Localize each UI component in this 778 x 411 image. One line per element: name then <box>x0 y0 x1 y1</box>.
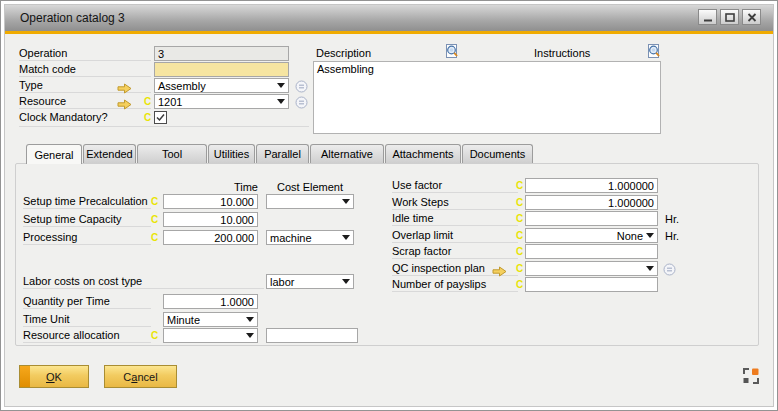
title-bar[interactable]: Operation catalog 3 <box>5 5 773 31</box>
resource-dropdown[interactable]: 1201 <box>154 94 289 109</box>
clock-mandatory-checkbox[interactable] <box>154 111 167 124</box>
window-controls <box>698 9 761 25</box>
resource-dropdown-value: 1201 <box>155 96 277 108</box>
use-factor-c-marker: C <box>515 178 524 193</box>
setup-precalculation-cost-element-dropdown[interactable] <box>266 194 354 209</box>
qc-inspection-list-icon[interactable] <box>663 262 676 280</box>
cancel-button-label: Cancel <box>123 371 157 383</box>
processing-cost-element-dropdown[interactable]: machine <box>266 230 354 245</box>
maximize-button[interactable] <box>720 9 739 25</box>
use-factor-field[interactable] <box>525 178 658 193</box>
resource-allocation-extra-field[interactable] <box>266 328 358 343</box>
window-content: Operation Match code Type Assembly Resou… <box>5 34 773 406</box>
minimize-button[interactable] <box>698 9 717 25</box>
number-of-payslips-field[interactable] <box>525 277 658 292</box>
setup-precalculation-time-field[interactable] <box>163 194 258 209</box>
resource-c-marker: C <box>143 94 152 109</box>
tab-attachments[interactable]: Attachments <box>385 144 461 163</box>
processing-label: Processing <box>23 230 151 245</box>
idle-time-unit-label: Hr. <box>665 212 679 226</box>
work-steps-label: Work Steps <box>392 195 518 210</box>
tab-documents[interactable]: Documents <box>462 144 533 163</box>
match-code-field[interactable] <box>154 62 289 77</box>
overlap-limit-dropdown[interactable]: None <box>525 228 658 243</box>
idle-time-field[interactable] <box>525 211 658 226</box>
resize-grip-icon[interactable] <box>743 368 759 388</box>
quantity-per-time-field[interactable] <box>163 294 258 309</box>
number-of-payslips-c-marker: C <box>515 277 524 292</box>
tab-utilities[interactable]: Utilities <box>208 144 255 163</box>
overlap-limit-value: None <box>526 230 646 242</box>
minimize-icon <box>703 13 713 22</box>
chevron-down-icon <box>342 199 350 204</box>
qc-inspection-dropdown[interactable] <box>525 261 658 276</box>
setup-capacity-time-field[interactable] <box>163 212 258 227</box>
instructions-label: Instructions <box>534 46 590 61</box>
overlap-limit-label: Overlap limit <box>392 228 518 243</box>
ok-button-label: OK <box>46 371 62 383</box>
maximize-icon <box>725 13 735 22</box>
operation-field <box>154 46 289 61</box>
time-unit-label: Time Unit <box>23 312 151 327</box>
tab-alternative[interactable]: Alternative <box>310 144 384 163</box>
operation-catalog-window: Operation catalog 3 Operation Match code <box>0 0 778 411</box>
labor-costs-label: Labor costs on cost type <box>23 274 264 289</box>
chevron-down-icon <box>646 266 654 271</box>
cancel-button[interactable]: Cancel <box>104 365 177 388</box>
scrap-factor-c-marker: C <box>515 244 524 259</box>
description-label: Description <box>316 46 371 61</box>
tab-general[interactable]: General <box>26 144 82 164</box>
window-inner-frame: Operation catalog 3 Operation Match code <box>4 4 774 407</box>
type-dropdown-value: Assembly <box>155 80 277 92</box>
overlap-limit-c-marker: C <box>515 228 524 243</box>
clock-mandatory-c-marker: C <box>143 110 152 125</box>
time-unit-value: Minute <box>164 314 246 326</box>
setup-precalculation-label: Setup time Precalculation <box>23 194 151 209</box>
resource-allocation-label: Resource allocation <box>23 328 151 343</box>
resource-list-icon[interactable] <box>295 95 308 113</box>
description-expand-icon[interactable] <box>445 43 459 63</box>
chevron-down-icon <box>246 317 254 322</box>
number-of-payslips-label: Number of payslips <box>392 277 518 292</box>
ok-button-accent <box>20 366 30 387</box>
labor-costs-dropdown[interactable]: labor <box>266 274 354 289</box>
time-unit-dropdown[interactable]: Minute <box>163 312 258 327</box>
tab-tool[interactable]: Tool <box>137 144 207 163</box>
chevron-down-icon <box>342 235 350 240</box>
labor-costs-value: labor <box>267 276 342 288</box>
idle-time-c-marker: C <box>515 211 524 226</box>
clock-mandatory-label: Clock Mandatory? <box>19 110 151 125</box>
ok-button[interactable]: OK <box>19 365 89 388</box>
chevron-down-icon <box>342 279 350 284</box>
overlap-limit-unit-label: Hr. <box>665 229 679 243</box>
resource-allocation-c-marker: C <box>150 328 159 343</box>
checkmark-icon <box>155 112 166 123</box>
chevron-down-icon <box>646 233 654 238</box>
tab-bar: General Extended Tool Utilities Parallel… <box>26 144 533 164</box>
setup-precalculation-c-marker: C <box>150 194 159 209</box>
tab-parallel[interactable]: Parallel <box>256 144 309 163</box>
window-title: Operation catalog 3 <box>20 11 125 25</box>
processing-time-field[interactable] <box>163 230 258 245</box>
work-steps-field[interactable] <box>525 195 658 210</box>
scrap-factor-label: Scrap factor <box>392 244 518 259</box>
processing-cost-element-value: machine <box>267 232 342 244</box>
tab-extended[interactable]: Extended <box>83 144 136 163</box>
time-column-header: Time <box>163 180 258 194</box>
description-textarea[interactable] <box>313 61 661 134</box>
close-button[interactable] <box>742 9 761 25</box>
match-code-label: Match code <box>19 62 151 77</box>
scrap-factor-field[interactable] <box>525 244 658 259</box>
use-factor-label: Use factor <box>392 178 518 193</box>
setup-capacity-c-marker: C <box>150 212 159 227</box>
qc-inspection-c-marker: C <box>515 261 524 276</box>
operation-label: Operation <box>19 46 151 61</box>
header-form-divider <box>19 126 309 127</box>
instructions-expand-icon[interactable] <box>647 43 661 63</box>
close-icon <box>747 13 757 22</box>
chevron-down-icon <box>277 83 285 88</box>
setup-capacity-label: Setup time Capacity <box>23 212 151 227</box>
chevron-down-icon <box>277 99 285 104</box>
type-dropdown[interactable]: Assembly <box>154 78 289 93</box>
resource-allocation-dropdown[interactable] <box>163 328 258 343</box>
